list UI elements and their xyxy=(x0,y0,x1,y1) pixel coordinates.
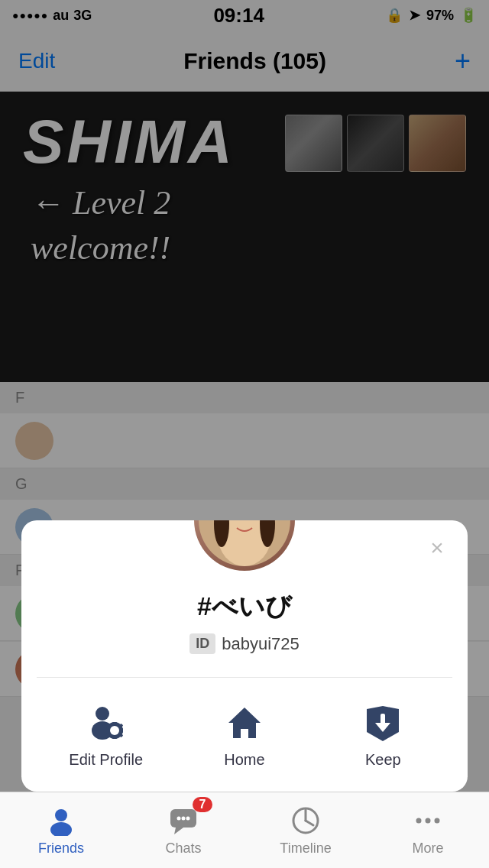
svg-point-8 xyxy=(96,707,109,721)
keep-label: Keep xyxy=(365,751,401,769)
timeline-tab-icon xyxy=(289,804,322,837)
svg-line-35 xyxy=(306,821,313,825)
tab-bar: Friends 7 Chats Timeline xyxy=(0,792,489,868)
svg-rect-12 xyxy=(112,722,117,725)
svg-point-31 xyxy=(182,817,186,821)
edit-profile-button[interactable]: Edit Profile xyxy=(60,701,152,769)
display-name: #べいび xyxy=(21,589,468,624)
svg-point-32 xyxy=(186,817,190,821)
home-icon xyxy=(223,701,266,743)
tab-friends-label: Friends xyxy=(38,840,84,857)
svg-marker-29 xyxy=(174,828,183,834)
more-tab-icon xyxy=(411,804,445,837)
svg-point-38 xyxy=(435,818,440,824)
svg-rect-13 xyxy=(112,736,117,739)
svg-marker-21 xyxy=(228,708,261,738)
modal-actions: Edit Profile Home Keep xyxy=(21,678,468,792)
user-id-value: babyui725 xyxy=(222,634,300,654)
svg-point-27 xyxy=(50,822,72,836)
home-label: Home xyxy=(224,751,264,769)
svg-point-26 xyxy=(55,809,67,821)
keep-button[interactable]: Keep xyxy=(337,701,429,769)
svg-point-36 xyxy=(416,818,422,824)
id-badge: ID xyxy=(189,633,215,654)
svg-rect-14 xyxy=(106,728,109,733)
chats-badge: 7 xyxy=(193,797,212,812)
tab-timeline[interactable]: Timeline xyxy=(244,792,367,868)
person-gear-icon xyxy=(85,701,128,743)
svg-point-30 xyxy=(177,817,181,821)
user-id-row: ID babyui725 xyxy=(21,633,468,654)
tab-chats[interactable]: 7 Chats xyxy=(122,792,244,868)
close-button[interactable]: × xyxy=(422,533,452,563)
tab-chats-label: Chats xyxy=(165,840,201,857)
keep-icon xyxy=(361,701,404,743)
friends-tab-icon xyxy=(44,804,78,837)
svg-point-37 xyxy=(426,818,431,824)
tab-timeline-label: Timeline xyxy=(280,840,331,857)
profile-modal: × #べいび ID babyui725 xyxy=(21,520,468,792)
svg-point-20 xyxy=(111,727,118,734)
tab-more-label: More xyxy=(412,840,443,857)
tab-more[interactable]: More xyxy=(367,792,489,868)
edit-profile-label: Edit Profile xyxy=(69,751,143,769)
svg-rect-15 xyxy=(120,728,123,733)
home-button[interactable]: Home xyxy=(199,701,290,769)
tab-friends[interactable]: Friends xyxy=(0,792,122,868)
